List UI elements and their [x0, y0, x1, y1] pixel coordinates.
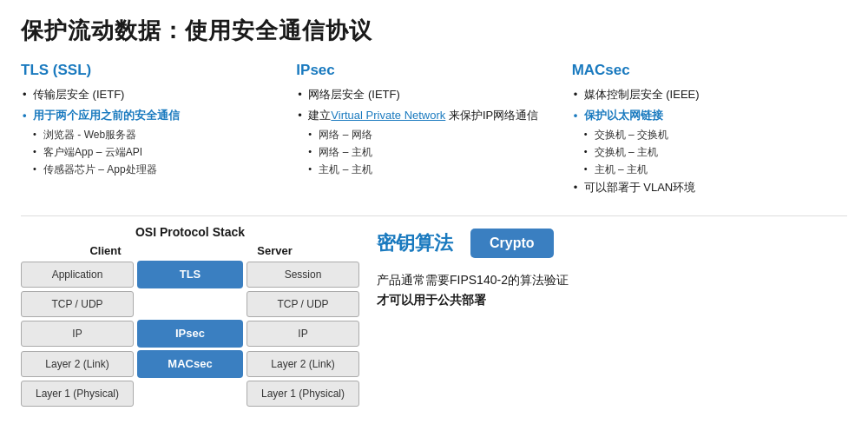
crypto-description: 产品通常需要FIPS140-2的算法验证 才可以用于公共部署: [377, 270, 847, 312]
osi-cell-application: Application: [21, 262, 134, 288]
server-label: Server: [219, 244, 332, 257]
bottom-section: OSI Protocol Stack Client Server Applica…: [21, 225, 847, 409]
ipsec-list: 网络层安全 (IETF) 建立Virtual Private Network 来…: [296, 86, 562, 177]
list-item: 传输层安全 (IETF): [21, 86, 287, 103]
osi-cell-layer1-server: Layer 1 (Physical): [247, 381, 359, 407]
list-item: 网络 – 网络: [296, 127, 562, 142]
osi-cell-layer2-server: Layer 2 (Link): [247, 351, 359, 377]
tls-heading: TLS (SSL): [21, 62, 287, 79]
list-item: 主机 – 主机: [296, 162, 562, 177]
crypto-title: 密钥算法: [377, 230, 453, 256]
osi-cell-layer1-client: Layer 1 (Physical): [21, 381, 134, 407]
list-item: 交换机 – 主机: [572, 144, 838, 160]
tls-list: 传输层安全 (IETF) 用于两个应用之前的安全通信 浏览器 - Web服务器 …: [21, 86, 287, 177]
list-item: 交换机 – 交换机: [572, 127, 838, 142]
osi-diagram: OSI Protocol Stack Client Server Applica…: [21, 225, 359, 409]
osi-cell-session: Session: [247, 262, 359, 288]
page: 保护流动数据：使用安全通信协议 TLS (SSL) 传输层安全 (IETF) 用…: [0, 0, 868, 423]
crypto-section: 密钥算法 Crypto 产品通常需要FIPS140-2的算法验证 才可以用于公共…: [377, 225, 847, 312]
ipsec-column: IPsec 网络层安全 (IETF) 建立Virtual Private Net…: [296, 62, 571, 200]
vpn-link: Virtual Private Network: [331, 109, 445, 122]
osi-row-2: TCP / UDP TCP / UDP: [21, 291, 359, 317]
top-columns: TLS (SSL) 传输层安全 (IETF) 用于两个应用之前的安全通信 浏览器…: [21, 62, 847, 200]
ipsec-heading: IPsec: [296, 62, 562, 79]
client-label: Client: [49, 244, 162, 257]
osi-row-5: Layer 1 (Physical) Layer 1 (Physical): [21, 381, 359, 407]
osi-spacer-2: [137, 291, 243, 317]
macsec-column: MACsec 媒体控制层安全 (IEEE) 保护以太网链接 交换机 – 交换机 …: [572, 62, 847, 200]
osi-protocol-macsec: MACsec: [137, 350, 243, 378]
crypto-header: 密钥算法 Crypto: [377, 229, 847, 258]
osi-row-1: Application TLS Session: [21, 261, 359, 288]
ipsec-suffix: 来保护IP网络通信: [445, 109, 538, 122]
list-item: 保护以太网链接: [572, 107, 838, 124]
osi-headers: Client Server: [21, 244, 359, 257]
list-item: 媒体控制层安全 (IEEE): [572, 86, 838, 103]
page-title: 保护流动数据：使用安全通信协议: [21, 16, 847, 46]
osi-cell-ip-client: IP: [21, 321, 134, 347]
osi-cell-tcp-server: TCP / UDP: [247, 291, 359, 317]
crypto-desc-line2: 才可以用于公共部署: [377, 293, 486, 307]
crypto-desc-line1: 产品通常需要FIPS140-2的算法验证: [377, 270, 847, 291]
list-item: 网络层安全 (IETF): [296, 86, 562, 103]
osi-title: OSI Protocol Stack: [21, 225, 359, 239]
divider: [21, 215, 847, 216]
list-item: 可以部署于 VLAN环境: [572, 179, 838, 196]
tls-column: TLS (SSL) 传输层安全 (IETF) 用于两个应用之前的安全通信 浏览器…: [21, 62, 296, 200]
macsec-heading: MACsec: [572, 62, 838, 79]
list-item: 客户端App – 云端API: [21, 144, 287, 160]
list-item: 主机 – 主机: [572, 162, 838, 177]
osi-row-3: IP IPsec IP: [21, 320, 359, 348]
list-item: 建立Virtual Private Network 来保护IP网络通信: [296, 107, 562, 124]
list-item: 网络 – 主机: [296, 144, 562, 160]
osi-spacer-5: [137, 381, 243, 407]
macsec-list: 媒体控制层安全 (IEEE) 保护以太网链接 交换机 – 交换机 交换机 – 主…: [572, 86, 838, 196]
osi-row-4: Layer 2 (Link) MACsec Layer 2 (Link): [21, 350, 359, 378]
osi-cell-tcp-client: TCP / UDP: [21, 291, 134, 317]
osi-cell-layer2-client: Layer 2 (Link): [21, 351, 134, 377]
osi-protocol-tls: TLS: [137, 261, 243, 288]
crypto-button[interactable]: Crypto: [470, 229, 554, 258]
osi-protocol-ipsec: IPsec: [137, 320, 243, 348]
list-item: 用于两个应用之前的安全通信: [21, 107, 287, 124]
list-item: 传感器芯片 – App处理器: [21, 162, 287, 177]
list-item: 浏览器 - Web服务器: [21, 127, 287, 142]
osi-cell-ip-server: IP: [247, 321, 359, 347]
